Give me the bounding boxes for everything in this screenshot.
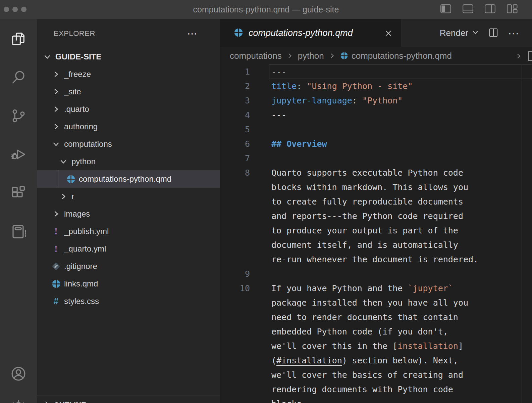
breadcrumbs: computationspythoncomputations-python.qm…: [220, 47, 532, 64]
explorer-title: EXPLORER: [54, 29, 95, 38]
more-actions-icon[interactable]: ⋯: [508, 27, 520, 40]
breadcrumb-python[interactable]: python: [298, 51, 324, 61]
tree-item-label: r: [71, 192, 74, 201]
code-text: [269, 151, 532, 166]
tree-item--freeze[interactable]: _freeze: [37, 65, 220, 83]
code-line: rendering documents with Python code: [220, 382, 532, 397]
tree-item-computations-python-qmd[interactable]: computations-python.qmd: [37, 170, 220, 188]
line-number: 4: [220, 108, 250, 122]
breadcrumb-file-icon: [526, 50, 532, 62]
tree-item-images[interactable]: images: [37, 205, 220, 223]
toggle-secondary-sidebar-icon[interactable]: [484, 4, 496, 15]
tree-item-computations[interactable]: computations: [37, 135, 220, 153]
code-line: embedded Python code (if you don't,: [220, 324, 532, 339]
breadcrumb-separator-icon: [286, 52, 293, 59]
title-bar: computations-python.qmd — guide-site: [0, 0, 532, 19]
code-text: Quarto supports executable Python code: [269, 166, 532, 180]
source-control-icon[interactable]: [10, 107, 27, 125]
tree-item-label: _site: [64, 87, 81, 96]
tree-item--site[interactable]: _site: [37, 83, 220, 100]
code-line: document itself, and is automatically: [220, 238, 532, 252]
code-text: blocks.: [269, 397, 532, 403]
tree-item-r[interactable]: r: [37, 188, 220, 205]
editor-surface[interactable]: 1---2title: "Using Python - site"3jupyte…: [220, 64, 532, 403]
code-line: 10If you have Python and the `jupyter`: [220, 281, 532, 296]
tree-item-styles-css[interactable]: #styles.css: [37, 293, 220, 310]
code-text: title: "Using Python - site": [269, 79, 532, 93]
code-text: document itself, and is automatically: [269, 238, 532, 252]
line-number: [220, 194, 250, 209]
editor-group: computations-python.qmd Render ⋯ computa…: [220, 19, 532, 403]
close-tab-icon[interactable]: [384, 29, 393, 38]
tree-item--quarto-yml[interactable]: !_quarto.yml: [37, 240, 220, 258]
search-icon[interactable]: [10, 69, 27, 86]
line-number: [220, 368, 250, 382]
line-number: 5: [220, 122, 250, 137]
notebook-icon[interactable]: [10, 223, 27, 240]
tree-item-label: images: [64, 209, 90, 219]
code-text: embedded Python code (if you don't,: [269, 324, 532, 339]
layout-controls: [440, 0, 518, 19]
gear-icon[interactable]: [10, 399, 27, 403]
code-text: we'll cover the basics of creating and: [269, 368, 532, 382]
line-number: [220, 353, 250, 368]
tree-item--gitignore[interactable]: .gitignore: [37, 258, 220, 275]
render-label: Render: [440, 28, 468, 38]
tree-item-authoring[interactable]: authoring: [37, 118, 220, 135]
tree-item-guide-site[interactable]: GUIDE-SITE: [37, 48, 220, 65]
outline-section[interactable]: OUTLINE: [37, 396, 220, 403]
line-number: [220, 209, 250, 223]
tree-item-label: links.qmd: [64, 279, 98, 288]
quarto-file-icon: [51, 278, 61, 289]
tree-item-label: computations: [64, 139, 112, 149]
code-line: package installed then you have all you: [220, 296, 532, 310]
tree-item-python[interactable]: python: [37, 153, 220, 170]
code-text: ## Overview: [269, 137, 532, 151]
tab-computations-python[interactable]: computations-python.qmd: [220, 19, 401, 47]
outline-title: OUTLINE: [54, 401, 86, 403]
chevron-right-icon: [58, 191, 68, 202]
line-number: [220, 223, 250, 238]
indent-guide: [58, 170, 58, 188]
account-icon[interactable]: [10, 365, 27, 383]
tree-item--publish-yml[interactable]: !_publish.yml: [37, 223, 220, 240]
chevron-right-icon: [51, 209, 61, 219]
line-number: 6: [220, 137, 250, 151]
tree-item-label: styles.css: [64, 297, 99, 306]
explorer-icon[interactable]: [10, 30, 27, 47]
explorer-more-actions-icon[interactable]: ⋯: [187, 30, 198, 37]
tree-item-label: computations-python.qmd: [79, 174, 171, 184]
line-number: [220, 382, 250, 397]
chevron-right-icon: [51, 121, 61, 132]
run-debug-icon[interactable]: [10, 146, 27, 163]
breadcrumb-computations-python-qmd[interactable]: computations-python.qmd: [340, 51, 452, 61]
toggle-panel-icon[interactable]: [462, 4, 474, 15]
yaml-file-icon: !: [51, 243, 61, 254]
chevron-down-icon: [42, 51, 52, 62]
code-text: rendering documents with Python code: [269, 382, 532, 397]
tree-item--quarto[interactable]: .quarto: [37, 100, 220, 118]
code-line: blocks within markdown. This allows you: [220, 180, 532, 194]
line-number: [220, 180, 250, 194]
render-button[interactable]: Render: [440, 28, 479, 38]
chevron-right-icon: [51, 104, 61, 115]
tree-item-links-qmd[interactable]: links.qmd: [37, 275, 220, 293]
extensions-icon[interactable]: [10, 184, 27, 202]
line-number: 9: [220, 267, 250, 281]
line-number: [220, 238, 250, 252]
chevron-down-icon: [472, 28, 479, 38]
code-line: blocks.: [220, 397, 532, 403]
split-editor-icon[interactable]: [488, 28, 498, 39]
code-line: (#installation) section below). Next,: [220, 353, 532, 368]
breadcrumb-computations[interactable]: computations: [230, 51, 282, 61]
tree-item-label: _freeze: [64, 70, 91, 79]
line-number: [220, 252, 250, 267]
code-text: [269, 122, 532, 137]
code-line: 1---: [220, 64, 532, 79]
customize-layout-icon[interactable]: [507, 4, 518, 15]
code-text: blocks within markdown. This allows you: [269, 180, 532, 194]
line-number: 8: [220, 166, 250, 180]
quarto-file-icon: [234, 28, 243, 39]
code-line: 7: [220, 151, 532, 166]
toggle-primary-sidebar-icon[interactable]: [440, 4, 451, 15]
